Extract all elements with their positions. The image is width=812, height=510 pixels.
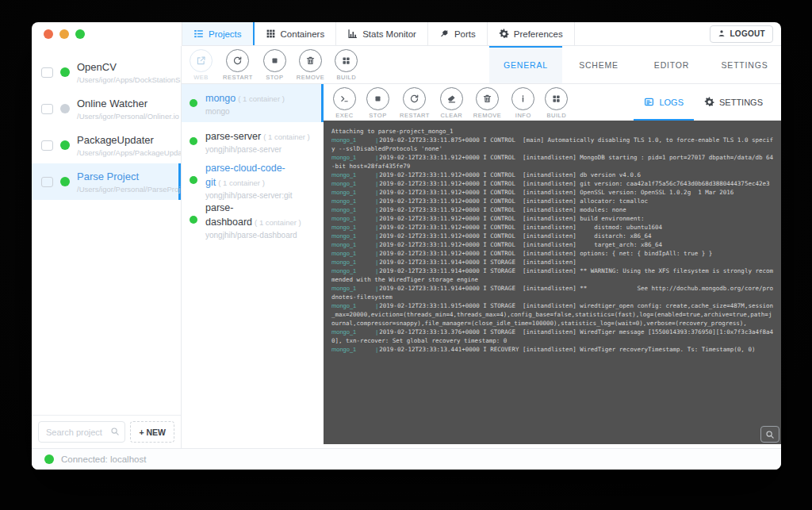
restart-arrows-icon: [226, 49, 249, 72]
log-container-prefix: mongo_1 |: [331, 189, 379, 196]
log-text: Attaching to parse-project_mongo_1 mongo…: [324, 121, 781, 360]
subtab-scheme[interactable]: SCHEME: [562, 46, 635, 83]
ports-plug-icon: [439, 29, 450, 39]
project-checkbox[interactable]: [41, 104, 53, 114]
container-name: parse-server: [205, 131, 261, 142]
log-container-prefix: mongo_1 |: [331, 197, 379, 205]
stats-chart-icon: [347, 29, 358, 39]
tab-settings[interactable]: SETTINGS: [694, 84, 773, 121]
connection-status-text: Connected: localhost: [61, 454, 146, 464]
container-exec-button[interactable]: EXEC: [333, 87, 356, 119]
logs-icon: [644, 97, 654, 109]
search-icon: [110, 427, 120, 436]
info-icon: [511, 87, 534, 110]
log-container-prefix: mongo_1 |: [331, 267, 379, 274]
minimize-button[interactable]: [59, 29, 69, 39]
toolbar-button-label: STOP: [369, 112, 386, 119]
toolbar-button-label: RESTART: [223, 74, 253, 81]
container-item-parse-server[interactable]: parse-server( 1 container )yongjhih/pars…: [182, 122, 324, 160]
project-item-online-watcher[interactable]: Online Watcher/Users/igor/Personal/Onlin…: [32, 90, 181, 127]
project-checkbox[interactable]: [41, 177, 53, 187]
log-output[interactable]: Attaching to parse-project_mongo_1 mongo…: [324, 121, 781, 444]
top-nav: ProjectsContainersStats MonitorPortsPref…: [182, 22, 781, 46]
container-row: mongo( 1 container )mongoparse-server( 1…: [182, 84, 781, 448]
nav-tab-ports[interactable]: Ports: [428, 22, 488, 45]
project-item-opencv[interactable]: OpenCV/Users/igor/Apps/DockStationSite: [32, 54, 181, 90]
project-stop-button[interactable]: STOP: [263, 49, 286, 83]
log-container-prefix: mongo_1 |: [331, 180, 379, 187]
project-checkbox[interactable]: [41, 67, 53, 78]
project-subtabs: GENERALSCHEMEEDITORSETTINGS: [489, 46, 781, 83]
log-container-prefix: mongo_1 |: [331, 285, 379, 292]
nav-tab-containers[interactable]: Containers: [255, 22, 337, 45]
project-checkbox[interactable]: [41, 140, 53, 151]
project-item-packageupdater[interactable]: PackageUpdater/Users/igor/Apps/PackageUp…: [32, 127, 181, 163]
eraser-icon: [440, 87, 463, 110]
toolbar-button-label: BUILD: [337, 74, 357, 81]
container-count: ( 1 container ): [218, 178, 265, 187]
container-status-dot: [190, 176, 197, 184]
project-web-button[interactable]: WEB: [190, 49, 213, 83]
log-container-prefix: mongo_1 |: [331, 302, 379, 309]
gear-icon: [704, 97, 714, 109]
container-status-dot: [190, 137, 197, 145]
nav-tab-label: Ports: [454, 29, 476, 39]
status-bar: Connected: localhost: [32, 448, 781, 470]
nav-tab-label: Preferences: [514, 29, 563, 39]
container-stop-button[interactable]: STOP: [366, 87, 389, 119]
maximize-button[interactable]: [75, 29, 85, 39]
close-button[interactable]: [44, 29, 53, 39]
connection-status-dot: [44, 454, 54, 464]
container-panel: EXECSTOPRESTARTCLEARREMOVEINFOBUILD LOGS…: [324, 84, 781, 448]
trash-icon: [476, 87, 499, 110]
build-grid-icon: [545, 87, 568, 110]
project-build-button[interactable]: BUILD: [335, 49, 358, 83]
content-column: WEBRESTARTSTOPREMOVEBUILD GENERALSCHEMEE…: [182, 46, 781, 448]
main-area: OpenCV/Users/igor/Apps/DockStationSiteOn…: [32, 46, 781, 448]
log-container-prefix: mongo_1 |: [331, 232, 379, 240]
container-image: yongjhih/parse-server:git: [205, 191, 324, 200]
project-status-dot: [60, 177, 70, 186]
container-image: yongjhih/parse-dashboard: [205, 231, 324, 240]
tab-logs[interactable]: LOGS: [634, 84, 694, 121]
preferences-gear-icon: [499, 29, 509, 39]
log-container-prefix: mongo_1 |: [331, 328, 379, 336]
project-path: /Users/igor/Apps/PackageUpdater: [77, 148, 181, 157]
project-item-parse-project[interactable]: Parse Project/Users/igor/Personal/ParseP…: [32, 163, 181, 200]
web-external-link-icon: [190, 49, 213, 72]
project-toolbar-row: WEBRESTARTSTOPREMOVEBUILD GENERALSCHEMEE…: [182, 46, 781, 84]
project-path: /Users/igor/Personal/ParseProject: [77, 185, 181, 194]
project-status-dot: [60, 67, 70, 77]
container-clear-button[interactable]: CLEAR: [440, 87, 463, 119]
subtab-general[interactable]: GENERAL: [489, 46, 562, 83]
project-name: PackageUpdater: [77, 134, 181, 146]
container-status-dot: [190, 99, 197, 107]
container-item-parse-cloud-code-git[interactable]: parse-cloud-code-git( 1 container )yongj…: [182, 160, 324, 200]
new-project-button[interactable]: + NEW: [130, 421, 174, 443]
project-path: /Users/igor/Personal/Onliner.io: [77, 112, 179, 121]
project-sidebar: OpenCV/Users/igor/Apps/DockStationSiteOn…: [32, 46, 182, 448]
container-remove-button[interactable]: REMOVE: [473, 87, 502, 119]
subtab-editor[interactable]: EDITOR: [635, 46, 708, 83]
container-count: ( 1 container ): [255, 218, 301, 227]
stop-square-icon: [366, 87, 389, 110]
project-path: /Users/igor/Apps/DockStationSite: [77, 75, 181, 84]
project-restart-button[interactable]: RESTART: [223, 49, 253, 83]
nav-tab-preferences[interactable]: Preferences: [488, 22, 575, 45]
container-item-parse-dashboard[interactable]: parse-dashboard( 1 container )yongjhih/p…: [182, 200, 324, 240]
container-status-dot: [190, 216, 197, 224]
container-restart-button[interactable]: RESTART: [400, 87, 430, 119]
logout-button[interactable]: LOGOUT: [710, 25, 773, 43]
restart-arrows-icon: [403, 87, 426, 110]
log-search-button[interactable]: [760, 426, 779, 443]
container-build-button[interactable]: BUILD: [545, 87, 568, 119]
projects-list-icon: [193, 29, 204, 39]
container-info-button[interactable]: INFO: [511, 87, 534, 119]
project-remove-button[interactable]: REMOVE: [297, 49, 325, 83]
nav-tab-projects[interactable]: Projects: [182, 22, 255, 45]
nav-tab-stats-monitor[interactable]: Stats Monitor: [336, 22, 428, 45]
container-list: mongo( 1 container )mongoparse-server( 1…: [182, 84, 324, 448]
subtab-settings[interactable]: SETTINGS: [708, 46, 781, 83]
container-item-mongo[interactable]: mongo( 1 container )mongo: [182, 84, 324, 122]
container-toolbar: EXECSTOPRESTARTCLEARREMOVEINFOBUILD: [324, 86, 568, 119]
